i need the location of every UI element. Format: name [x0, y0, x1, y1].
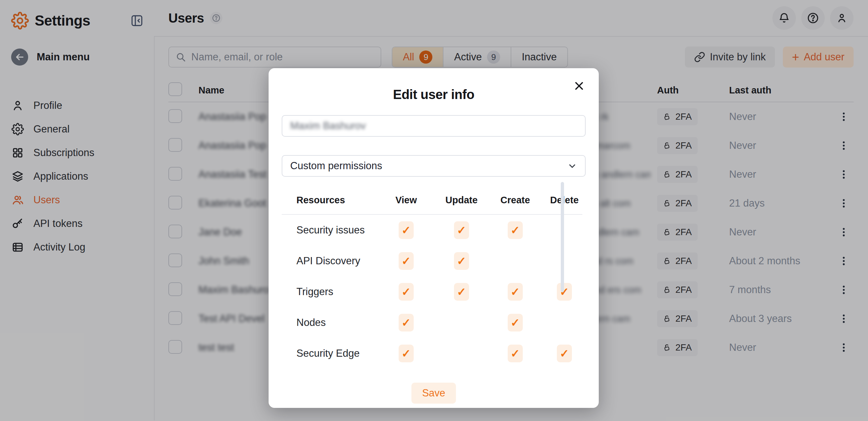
delete-checkbox[interactable]: [557, 252, 572, 270]
resource-label: API Discovery: [297, 255, 378, 267]
permission-row: Nodes ✓ ✓: [282, 307, 586, 338]
delete-checkbox[interactable]: ✓: [557, 345, 572, 362]
chevron-down-icon: [567, 161, 577, 171]
view-checkbox[interactable]: ✓: [399, 283, 414, 301]
perm-col-delete: Delete: [541, 195, 587, 205]
create-checkbox[interactable]: ✓: [508, 221, 523, 239]
save-button[interactable]: Save: [411, 383, 456, 403]
create-checkbox[interactable]: ✓: [508, 314, 523, 332]
permission-row: Security Edge ✓ ✓ ✓: [282, 338, 586, 369]
permission-row: Security issues ✓ ✓ ✓: [282, 215, 586, 246]
create-checkbox[interactable]: [508, 252, 523, 270]
view-checkbox[interactable]: ✓: [399, 252, 414, 270]
settings-app: Settings Main menu Profile General Subsc: [0, 0, 868, 421]
user-name-input[interactable]: Maxim Bashurov: [282, 115, 586, 137]
permissions-table: Resources View Update Create Delete Secu…: [282, 191, 586, 369]
perm-col-create: Create: [489, 195, 541, 205]
resource-label: Security Edge: [297, 347, 378, 359]
update-checkbox[interactable]: ✓: [454, 252, 469, 270]
view-checkbox[interactable]: ✓: [399, 345, 414, 362]
resource-label: Triggers: [297, 286, 378, 298]
close-icon[interactable]: [572, 79, 586, 92]
update-checkbox[interactable]: [454, 314, 469, 332]
update-checkbox[interactable]: [454, 345, 469, 362]
create-checkbox[interactable]: ✓: [508, 283, 523, 301]
permission-row: Triggers ✓ ✓ ✓ ✓: [282, 276, 586, 307]
modal-scrollbar[interactable]: [561, 182, 564, 292]
permissions-header-row: Resources View Update Create Delete: [282, 191, 586, 209]
resource-label: Security issues: [297, 224, 378, 236]
user-name-value-blurred: Maxim Bashurov: [290, 120, 366, 132]
view-checkbox[interactable]: ✓: [399, 314, 414, 332]
create-checkbox[interactable]: ✓: [508, 345, 523, 362]
permission-row: API Discovery ✓ ✓: [282, 246, 586, 276]
selected-role: Custom permissions: [290, 160, 382, 172]
update-checkbox[interactable]: ✓: [454, 283, 469, 301]
view-checkbox[interactable]: ✓: [399, 221, 414, 239]
update-checkbox[interactable]: ✓: [454, 221, 469, 239]
delete-checkbox[interactable]: [557, 221, 572, 239]
edit-user-modal: Edit user info Maxim Bashurov Custom per…: [269, 68, 599, 408]
perm-col-view: View: [378, 195, 434, 205]
resource-label: Nodes: [297, 317, 378, 329]
delete-checkbox[interactable]: [557, 314, 572, 332]
permissions-role-select[interactable]: Custom permissions: [282, 155, 586, 177]
delete-checkbox[interactable]: ✓: [557, 283, 572, 301]
perm-col-update: Update: [434, 195, 489, 205]
modal-title: Edit user info: [282, 87, 586, 102]
perm-col-resources: Resources: [297, 195, 378, 205]
